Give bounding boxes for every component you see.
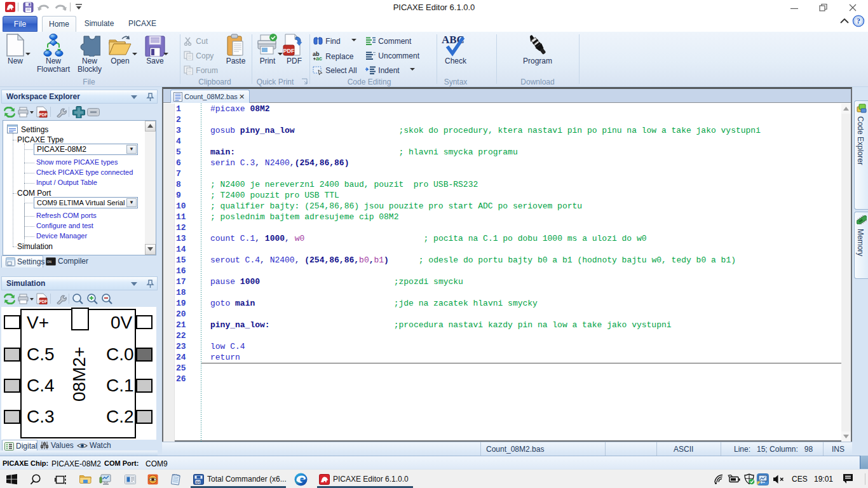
svg-text:PDF: PDF (39, 299, 48, 304)
svg-text:?: ? (857, 17, 860, 25)
svg-text:64: 64 (196, 480, 200, 484)
svg-text:ON: ON (47, 260, 52, 264)
svg-text:PDF: PDF (39, 112, 48, 117)
svg-text:PDF: PDF (283, 48, 295, 54)
svg-text:ac: ac (316, 55, 322, 61)
